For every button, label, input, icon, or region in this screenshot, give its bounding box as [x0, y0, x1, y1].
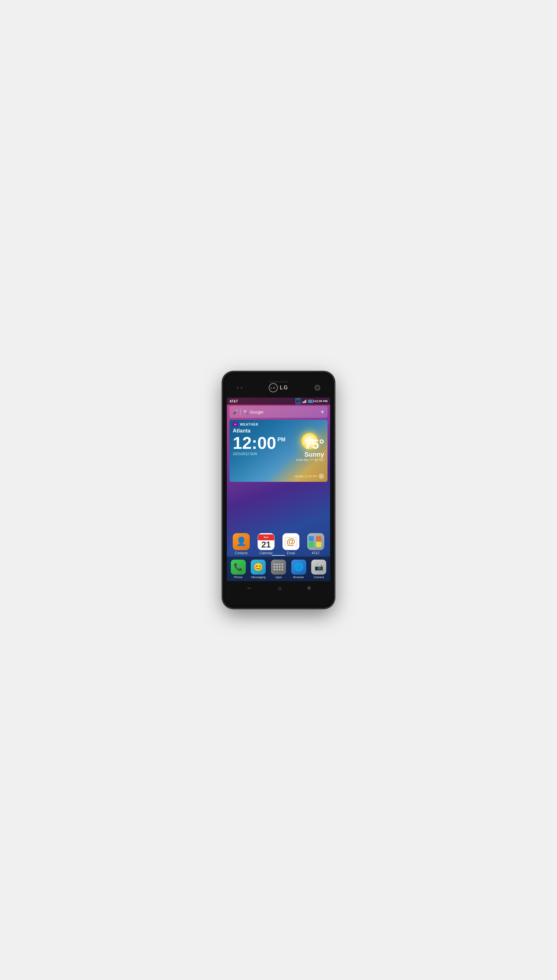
- weather-time-left: 12:00 PM 10/21/2012 SUN: [233, 435, 285, 456]
- weather-condition: Sunny: [296, 451, 324, 458]
- weather-widget[interactable]: Y! WEATHER Atlanta 12:00 PM 10/21/2012 S…: [230, 420, 327, 482]
- att-mini-icon-3: [309, 542, 314, 547]
- grid-dot-8: [282, 566, 283, 568]
- signal-bar-4: [305, 400, 306, 403]
- search-bar[interactable]: 🎤 🔍 Google +: [230, 406, 327, 418]
- phone-handset-icon: 📞: [234, 563, 243, 571]
- network-type-indicator: 4G LTE: [295, 398, 301, 404]
- lte-label: LTE: [296, 401, 300, 404]
- signal-bar-2: [303, 401, 304, 403]
- clock-ampm: PM: [277, 437, 285, 442]
- volume-up-button[interactable]: [221, 424, 223, 436]
- google-search-icon: 🔍: [243, 410, 248, 415]
- weather-temp-right: 75° Sunny Feels like 77° 85°/65°: [296, 435, 324, 462]
- app-icon-email[interactable]: @: [282, 533, 300, 550]
- browser-globe-icon: 🌐: [294, 563, 304, 572]
- lg-text: LG: [280, 385, 288, 391]
- clock-digits: 12:00: [233, 435, 276, 451]
- dock-camera-icon[interactable]: 📷: [311, 560, 326, 574]
- carrier-text: AT&T: [230, 399, 238, 403]
- att-folder-icons: [309, 536, 323, 547]
- volume-down-button[interactable]: [221, 437, 223, 449]
- att-mini-icon-4: [316, 542, 321, 547]
- time-display: 12:00 PM: [315, 399, 327, 403]
- weather-clock: 12:00 PM: [233, 435, 285, 451]
- refresh-button[interactable]: ↻: [318, 473, 324, 479]
- back-button[interactable]: ←: [244, 583, 255, 593]
- calendar-label: Calendar: [259, 552, 273, 555]
- bottom-bezel: [227, 595, 330, 602]
- grid-dot-7: [279, 566, 280, 568]
- menu-button[interactable]: ≡: [305, 583, 313, 593]
- grid-dot-9: [274, 569, 275, 570]
- weather-label: WEATHER: [240, 423, 259, 426]
- status-right: 4G LTE 12:00 PM: [295, 398, 327, 404]
- add-widget-button[interactable]: +: [320, 408, 324, 416]
- battery-icon: [308, 400, 313, 403]
- email-envelope: @: [285, 537, 297, 546]
- weather-update[interactable]: Update 12:00 PM ↻: [294, 473, 324, 479]
- grid-dot-4: [282, 563, 283, 565]
- mic-icon[interactable]: 🎤: [233, 409, 238, 415]
- weather-city: Atlanta: [233, 428, 324, 434]
- dock-messaging-icon[interactable]: 😊: [251, 560, 266, 574]
- camera-dock-label: Camera: [313, 576, 324, 579]
- app-icon-calendar-wrapper[interactable]: Sun 21 Calendar: [255, 533, 277, 555]
- weather-temperature: 75°: [296, 438, 324, 451]
- email-label: Email: [287, 552, 295, 555]
- signal-bar-3: [305, 401, 305, 403]
- sensors: [237, 387, 243, 389]
- phone-dock-label: Phone: [234, 576, 243, 579]
- dock-browser-wrapper[interactable]: 🌐 Browser: [291, 560, 306, 579]
- signal-bars: [302, 399, 307, 403]
- home-button[interactable]: ⌂: [275, 583, 284, 593]
- sensor-dot-1: [237, 387, 239, 389]
- app-icon-contacts[interactable]: 👤: [233, 533, 250, 550]
- calendar-day-number: 21: [262, 540, 271, 549]
- battery-fill: [309, 401, 312, 402]
- dock-apps-icon[interactable]: [271, 560, 286, 574]
- app-icon-email-wrapper[interactable]: @ Email: [280, 533, 302, 555]
- speaker-grille: [269, 381, 288, 383]
- email-at-icon: @: [287, 536, 295, 547]
- lg-logo: LG LG: [269, 383, 288, 392]
- lg-circle-icon: LG: [269, 383, 278, 392]
- side-button-top[interactable]: [221, 405, 223, 421]
- messaging-dock-label: Messaging: [251, 576, 266, 579]
- browser-dock-label: Browser: [293, 576, 304, 579]
- dock-camera-wrapper[interactable]: 📷 Camera: [311, 560, 326, 579]
- 4g-label: 4G: [296, 399, 300, 401]
- dock-browser-icon[interactable]: 🌐: [291, 560, 306, 574]
- grid-dot-6: [276, 566, 278, 568]
- messaging-face-icon: 😊: [253, 563, 263, 572]
- app-icon-att[interactable]: [307, 533, 324, 550]
- grid-dot-11: [279, 569, 280, 570]
- att-label: AT&T: [312, 552, 320, 555]
- app-icon-att-wrapper[interactable]: AT&T: [305, 533, 327, 555]
- grid-dot-5: [274, 566, 275, 568]
- power-button[interactable]: [334, 411, 336, 424]
- app-icon-calendar[interactable]: Sun 21: [257, 533, 275, 550]
- dock-indicator-line: [272, 555, 285, 556]
- camera-lens-icon: 📷: [314, 563, 323, 571]
- dock-phone-icon[interactable]: 📞: [231, 560, 246, 574]
- weather-feels-like: Feels like 77° 85°/65°: [296, 458, 324, 462]
- weather-time-row: 12:00 PM 10/21/2012 SUN 75° Sunny Feels …: [233, 435, 324, 462]
- app-icon-contacts-wrapper[interactable]: 👤 Contacts: [230, 533, 252, 555]
- contacts-person-icon: 👤: [236, 536, 246, 547]
- dock-phone-wrapper[interactable]: 📞 Phone: [231, 560, 246, 579]
- weather-date: 10/21/2012 SUN: [233, 452, 285, 456]
- weather-header: Y! WEATHER: [233, 422, 324, 427]
- grid-dot-12: [282, 569, 283, 570]
- update-label: Update 12:00 PM: [294, 475, 317, 478]
- app-grid: 👤 Contacts Sun 21 Calendar @: [227, 533, 330, 555]
- dock-apps-wrapper[interactable]: Apps: [271, 560, 286, 579]
- calendar-day-name: Sun: [264, 536, 269, 539]
- grid-dot-1: [274, 563, 275, 565]
- signal-bar-5: [306, 399, 307, 403]
- front-camera: [314, 385, 320, 391]
- google-label: Google: [250, 410, 264, 415]
- dock-messaging-wrapper[interactable]: 😊 Messaging: [251, 560, 266, 579]
- google-search-area[interactable]: 🔍 Google: [243, 410, 264, 415]
- search-divider: [240, 409, 241, 415]
